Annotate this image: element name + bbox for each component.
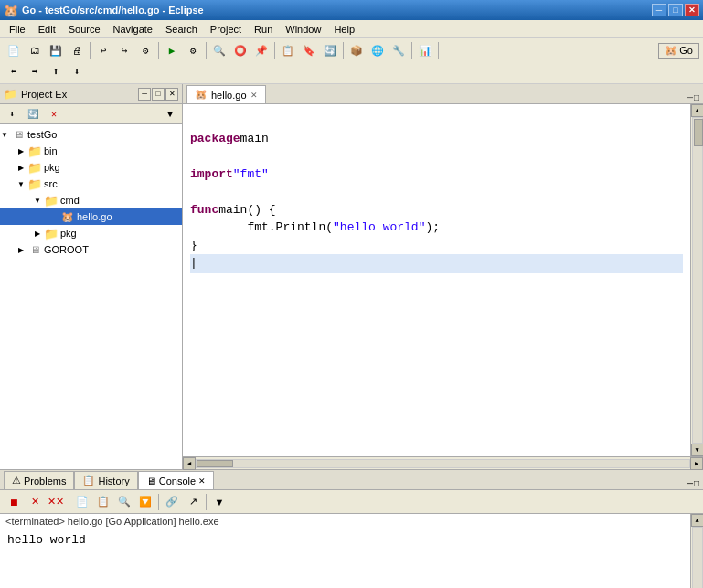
vscroll-track[interactable] [692, 117, 703, 444]
tb-sep1 [90, 42, 91, 59]
console-sep3 [206, 494, 207, 510]
vscroll-up-button[interactable]: ▲ [691, 104, 704, 117]
bottom-tab-controls: ─ □ [687, 479, 699, 489]
menu-edit[interactable]: Edit [33, 22, 61, 37]
editor-tab-hellogo[interactable]: 🐹 hello.go ✕ [186, 85, 266, 103]
bottom-ctrl-max[interactable]: □ [694, 479, 699, 489]
tree-item-pkg2[interactable]: ▶ 📁 pkg [0, 225, 182, 241]
menu-file[interactable]: File [4, 22, 31, 37]
go-icon: 🐹 [665, 45, 677, 57]
vscroll-thumb[interactable] [694, 119, 703, 146]
tb2-btn4[interactable]: ⬇ [67, 62, 87, 80]
bottom-vscroll-up[interactable]: ▲ [691, 514, 704, 527]
tb-btn2[interactable]: 🗂 [25, 41, 45, 59]
main-area: 📁 Project Ex ─ □ ✕ ⬇ 🔄 ✕ ▼ ▼ 🖥 testGo [0, 84, 703, 469]
tb2-btn2[interactable]: ➡ [25, 62, 45, 80]
tb-btn17[interactable]: 🌐 [367, 41, 388, 59]
folder-icon-pkg1: 📁 [27, 160, 42, 175]
console-tb-filter[interactable]: 🔽 [135, 493, 155, 511]
hscroll-left-button[interactable]: ◀ [183, 457, 196, 470]
code-editor[interactable]: package main import "fmt" func main() { … [183, 104, 690, 456]
pe-tb-btn2[interactable]: 🔄 [23, 105, 43, 123]
tree-item-pkg1[interactable]: ▶ 📁 pkg [0, 159, 182, 176]
tree-item-goroot[interactable]: ▶ 🖥 GOROOT [0, 241, 182, 258]
go-button[interactable]: 🐹 Go [658, 43, 699, 59]
tb-btn19[interactable]: 📊 [415, 41, 435, 59]
code-line-import: import "fmt" [190, 166, 683, 184]
tree-item-testgo[interactable]: ▼ 🖥 testGo [0, 126, 182, 143]
folder-icon-src: 📁 [27, 176, 42, 191]
console-tb-paste[interactable]: 📋 [93, 493, 113, 511]
editor-tab-controls: ─ □ [687, 93, 699, 103]
tab-history[interactable]: 📋 History [74, 471, 137, 489]
editor-ctrl-min[interactable]: ─ [687, 93, 693, 103]
console-tb-link[interactable]: 🔗 [162, 493, 182, 511]
menu-help[interactable]: Help [328, 22, 360, 37]
expand-arrow-pkg2: ▶ [33, 230, 42, 238]
pe-minimize-button[interactable]: ─ [138, 88, 151, 101]
console-tb-remove[interactable]: ✕ [25, 493, 45, 511]
tb-btn15[interactable]: 🔄 [320, 41, 340, 59]
tree-label-goroot: GOROOT [44, 244, 89, 255]
code-line-func: func main() { [190, 201, 683, 219]
tab-problems[interactable]: ⚠ Problems [4, 471, 74, 489]
tb-btn12[interactable]: 📌 [251, 41, 272, 59]
tb-run-button[interactable]: ▶ [162, 41, 182, 59]
tb-btn11[interactable]: ⭕ [230, 41, 250, 59]
console-tb-more[interactable]: ▼ [209, 493, 229, 511]
hscroll-thumb[interactable] [197, 460, 233, 467]
tab-close-button[interactable]: ✕ [250, 91, 258, 100]
tb-btn9[interactable]: ⚙ [183, 41, 203, 59]
console-tb-copy[interactable]: 📄 [72, 493, 92, 511]
editor-content-row: package main import "fmt" func main() { … [183, 104, 703, 456]
console-tb-search[interactable]: 🔍 [114, 493, 134, 511]
console-tb-remove2[interactable]: ✕✕ [46, 493, 66, 511]
maximize-button[interactable]: □ [668, 4, 683, 16]
hscroll-right-button[interactable]: ▶ [690, 457, 703, 470]
bottom-ctrl-min[interactable]: ─ [687, 479, 693, 489]
tb-btn14[interactable]: 🔖 [299, 41, 319, 59]
tb-btn4[interactable]: 🖨 [67, 41, 87, 59]
menu-source[interactable]: Source [63, 22, 106, 37]
tb-redo-button[interactable]: ↪ [114, 41, 134, 59]
tree-item-hellogo[interactable]: 🐹 hello.go [0, 208, 182, 225]
tab-console[interactable]: 🖥 Console ✕ [138, 471, 214, 489]
tb-btn16[interactable]: 📦 [346, 41, 367, 59]
console-tb-stop[interactable]: ⏹ [4, 493, 24, 511]
tb2-btn1[interactable]: ⬅ [4, 62, 24, 80]
tb2-btn3[interactable]: ⬆ [46, 62, 66, 80]
bottom-vscroll-track[interactable] [692, 527, 703, 588]
tb-undo-button[interactable]: ↩ [93, 41, 113, 59]
vscroll-down-button[interactable]: ▼ [691, 444, 704, 456]
console-tb-ext[interactable]: ↗ [183, 493, 203, 511]
menu-navigate[interactable]: Navigate [108, 22, 158, 37]
menu-search[interactable]: Search [160, 22, 203, 37]
expand-arrow-goroot: ▶ [16, 246, 26, 254]
tb-btn13[interactable]: 📋 [278, 41, 298, 59]
tb-save-button[interactable]: 💾 [46, 41, 66, 59]
tb-sep6 [411, 42, 412, 59]
tree-item-cmd[interactable]: ▼ 📁 cmd [0, 192, 182, 208]
menu-window[interactable]: Window [280, 22, 326, 37]
tree-item-bin[interactable]: ▶ 📁 bin [0, 143, 182, 159]
menu-project[interactable]: Project [205, 22, 247, 37]
close-button[interactable]: ✕ [685, 4, 699, 16]
tb-btn10[interactable]: 🔍 [209, 41, 229, 59]
code-line-3 [190, 147, 683, 166]
editor-ctrl-max[interactable]: □ [694, 93, 699, 103]
minimize-button[interactable]: ─ [652, 4, 666, 16]
tree-item-src[interactable]: ▼ 📁 src [0, 176, 182, 192]
tb-new-button[interactable]: 📄 [4, 41, 24, 59]
pe-tb-btn3[interactable]: ✕ [44, 105, 64, 123]
pe-close-button[interactable]: ✕ [165, 88, 178, 101]
toolbar1: 📄 🗂 💾 🖨 ↩ ↪ ⚙ ▶ ⚙ 🔍 ⭕ 📌 📋 🔖 🔄 📦 🌐 🔧 📊 🐹 … [4, 40, 699, 60]
tb-btn18[interactable]: 🔧 [389, 41, 409, 59]
console-tab-close[interactable]: ✕ [198, 476, 206, 486]
console-output[interactable]: hello world [0, 529, 690, 588]
tb-btn7[interactable]: ⚙ [135, 41, 155, 59]
pe-maximize-button[interactable]: □ [152, 88, 165, 101]
menu-run[interactable]: Run [249, 22, 278, 37]
hscroll-track[interactable] [196, 459, 690, 468]
pe-tb-btn1[interactable]: ⬇ [2, 105, 22, 123]
pe-tb-btn4[interactable]: ▼ [160, 105, 180, 123]
